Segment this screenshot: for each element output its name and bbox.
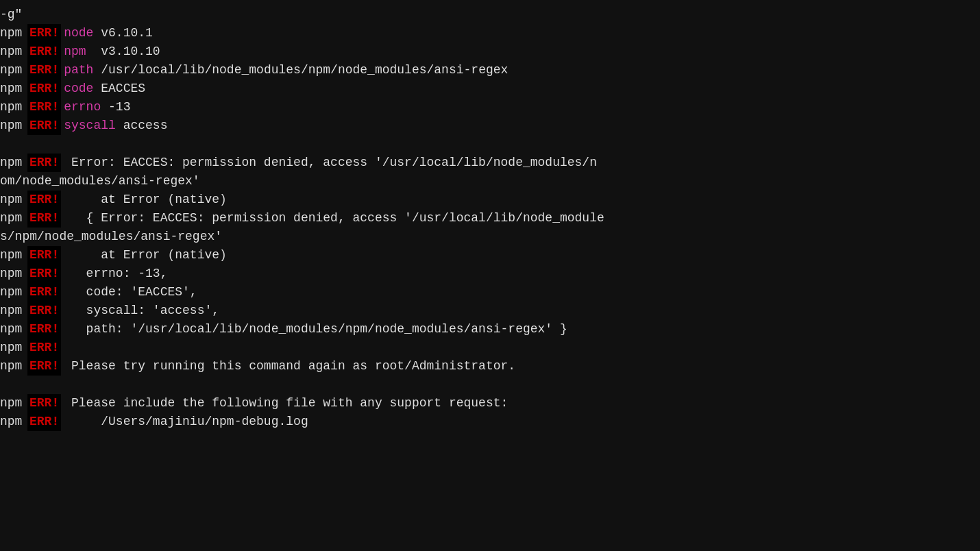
line-please-try: npm ERR! Please try running this command…: [0, 357, 980, 376]
line-header-g-content: -g": [0, 5, 980, 24]
line-path-obj: npm ERR! path: '/usr/local/lib/node_modu…: [0, 320, 980, 339]
value-npm: v3.10.10: [86, 42, 160, 61]
npm-prefix: npm: [0, 154, 27, 172]
line-code: npm ERR! code EACCES: [0, 79, 980, 98]
npm-prefix: npm: [0, 79, 27, 98]
value-code: EACCES: [93, 79, 145, 98]
err-badge: ERR!: [27, 413, 61, 431]
value-path: /usr/local/lib/node_modules/npm/node_mod…: [93, 61, 508, 79]
err-badge: ERR!: [27, 394, 61, 413]
please-include-text: Please include the following file with a…: [64, 394, 508, 413]
npm-prefix: npm: [0, 191, 27, 209]
npm-prefix: npm: [0, 24, 27, 42]
key-syscall: syscall: [64, 117, 116, 135]
npm-prefix: npm: [0, 265, 27, 283]
code-obj-text: code: 'EACCES',: [64, 283, 197, 302]
npm-prefix: npm: [0, 302, 27, 320]
npm-prefix: npm: [0, 283, 27, 302]
line-error-cont-2: s/npm/node_modules/ansi-regex': [0, 228, 980, 246]
err-badge: ERR!: [27, 265, 61, 283]
npm-prefix: npm: [0, 61, 27, 79]
line-error-obj: npm ERR! { Error: EACCES: permission den…: [0, 209, 980, 228]
line-please-include: npm ERR! Please include the following fi…: [0, 394, 980, 413]
err-badge: ERR!: [27, 191, 61, 209]
err-badge: ERR!: [27, 24, 61, 42]
line-at-error-2: npm ERR! at Error (native): [0, 246, 980, 265]
npm-prefix: npm: [0, 98, 27, 117]
line-header-g: -g": [0, 5, 980, 24]
empty-line-1: [0, 135, 980, 154]
key-errno: errno: [64, 98, 101, 117]
terminal-output: -g" npm ERR! node v6.10.1 npm ERR! npm v…: [0, 0, 980, 551]
err-badge: ERR!: [27, 209, 61, 228]
line-at-error-1: npm ERR! at Error (native): [0, 191, 980, 209]
line-error-cont-1: om/node_modules/ansi-regex': [0, 172, 980, 191]
empty-line-2: [0, 376, 980, 394]
key-path: path: [64, 61, 93, 79]
line-error-1: npm ERR! Error: EACCES: permission denie…: [0, 154, 980, 172]
line-errno: npm ERR! errno -13: [0, 98, 980, 117]
line-npm-version: npm ERR! npm v3.10.10: [0, 42, 980, 61]
err-badge: ERR!: [27, 98, 61, 117]
line-node-version: npm ERR! node v6.10.1: [0, 24, 980, 42]
npm-prefix: npm: [0, 394, 27, 413]
npm-prefix: npm: [0, 413, 27, 431]
err-badge: ERR!: [27, 42, 61, 61]
line-err-empty: npm ERR!: [0, 339, 980, 357]
key-node: node: [64, 24, 93, 42]
err-badge: ERR!: [27, 320, 61, 339]
npm-prefix: npm: [0, 209, 27, 228]
npm-prefix: npm: [0, 42, 27, 61]
path-obj-text: path: '/usr/local/lib/node_modules/npm/n…: [64, 320, 567, 339]
npm-prefix: npm: [0, 117, 27, 135]
debug-log-text: /Users/majiniu/npm-debug.log: [64, 413, 308, 431]
line-debug-log: npm ERR! /Users/majiniu/npm-debug.log: [0, 413, 980, 431]
line-code-obj: npm ERR! code: 'EACCES',: [0, 283, 980, 302]
line-errno-obj: npm ERR! errno: -13,: [0, 265, 980, 283]
err-badge: ERR!: [27, 117, 61, 135]
errno-obj-text: errno: -13,: [64, 265, 167, 283]
err-badge: ERR!: [27, 154, 61, 172]
err-badge: ERR!: [27, 302, 61, 320]
line-path: npm ERR! path /usr/local/lib/node_module…: [0, 61, 980, 79]
err-badge: ERR!: [27, 283, 61, 302]
err-badge: ERR!: [27, 79, 61, 98]
please-try-text: Please try running this command again as…: [64, 357, 515, 376]
npm-prefix: npm: [0, 357, 27, 376]
line-syscall-obj: npm ERR! syscall: 'access',: [0, 302, 980, 320]
error-text-1: Error: EACCES: permission denied, access…: [64, 154, 597, 172]
err-badge: ERR!: [27, 339, 61, 357]
err-badge: ERR!: [27, 357, 61, 376]
npm-prefix: npm: [0, 246, 27, 265]
npm-prefix: npm: [0, 339, 27, 357]
line-syscall: npm ERR! syscall access: [0, 117, 980, 135]
syscall-obj-text: syscall: 'access',: [64, 302, 219, 320]
key-npm: npm: [64, 42, 86, 61]
err-badge: ERR!: [27, 61, 61, 79]
at-error-text-2: at Error (native): [64, 246, 227, 265]
error-obj-text: { Error: EACCES: permission denied, acce…: [64, 209, 604, 228]
key-code: code: [64, 79, 93, 98]
value-node: v6.10.1: [93, 24, 152, 42]
value-syscall: access: [116, 117, 168, 135]
value-errno: -13: [101, 98, 130, 117]
npm-prefix: npm: [0, 320, 27, 339]
err-badge: ERR!: [27, 246, 61, 265]
at-error-text-1: at Error (native): [64, 191, 227, 209]
